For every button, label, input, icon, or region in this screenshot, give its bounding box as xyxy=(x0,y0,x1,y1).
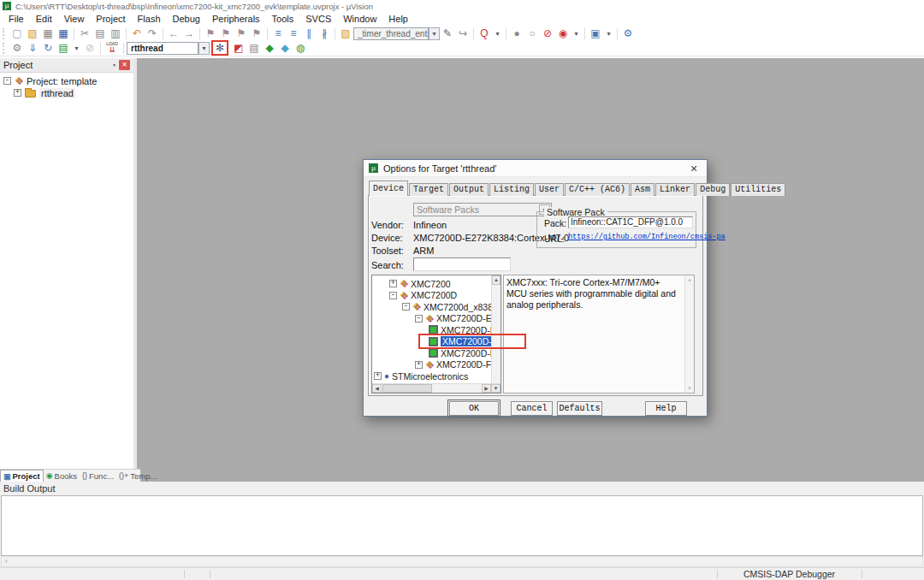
tree-row-xmc7200[interactable]: ❖ XMC7200 xyxy=(372,278,491,290)
breakpoint-kill-all-icon[interactable]: ⊘ xyxy=(540,27,555,40)
menu-file[interactable]: File xyxy=(3,14,30,24)
expand-icon[interactable] xyxy=(389,280,397,287)
tab-target[interactable]: Target xyxy=(409,183,448,196)
device-tree-hscrollbar[interactable] xyxy=(372,383,500,393)
scroll-left-icon[interactable] xyxy=(372,384,382,393)
tab-listing[interactable]: Listing xyxy=(489,183,534,196)
menu-svcs[interactable]: SVCS xyxy=(299,14,337,24)
tab-linker[interactable]: Linker xyxy=(655,183,695,196)
expand-icon[interactable] xyxy=(14,89,21,97)
target-combo[interactable]: rtthread xyxy=(127,42,198,55)
file-extensions-icon[interactable]: ◩ xyxy=(231,41,246,55)
menu-flash[interactable]: Flash xyxy=(132,14,167,24)
indent-icon[interactable]: ≡ xyxy=(286,27,301,40)
undo-icon[interactable]: ↶ xyxy=(129,27,145,40)
scroll-up-icon[interactable]: ▲ xyxy=(685,277,694,282)
collapse-icon[interactable] xyxy=(389,292,397,299)
scroll-down-icon[interactable] xyxy=(491,384,500,393)
debug-windows-dropdown-icon[interactable]: ▾ xyxy=(603,27,614,40)
expand-icon[interactable] xyxy=(374,372,382,380)
collapse-icon[interactable] xyxy=(3,77,11,85)
tab-debug[interactable]: Debug xyxy=(696,183,730,196)
debug-windows-icon[interactable]: ▣ xyxy=(588,27,603,40)
translate-icon[interactable]: ⚙ xyxy=(9,41,25,55)
dialog-close-icon[interactable]: ✕ xyxy=(681,160,707,177)
copy-icon[interactable]: ▤ xyxy=(92,27,108,40)
dialog-titlebar[interactable]: µ Options for Target 'rtthread' xyxy=(364,160,707,177)
batch-build-icon[interactable]: ▤ xyxy=(56,41,71,55)
scroll-right-icon[interactable] xyxy=(482,384,491,393)
defaults-button[interactable]: Defaults xyxy=(557,401,602,416)
close-panel-icon[interactable]: ✕ xyxy=(119,60,130,70)
project-root-row[interactable]: ❖ Project: template xyxy=(0,75,133,86)
breakpoint-toggle-icon[interactable]: ● xyxy=(509,27,524,40)
build-icon[interactable]: ⇓ xyxy=(25,41,40,55)
search-icon[interactable]: Q xyxy=(477,27,492,40)
clear-bookmarks-icon[interactable]: ⚑ xyxy=(249,27,264,40)
toolbar-grip[interactable] xyxy=(3,43,7,54)
find-in-files-icon[interactable]: ▧ xyxy=(338,27,353,40)
configure-wrench-icon[interactable]: ⚙ xyxy=(620,27,636,40)
browse-info-icon[interactable]: ✎ xyxy=(440,27,455,40)
tab-books[interactable]: ◉ Books xyxy=(44,470,80,482)
tree-row-xmc7200d-x8384[interactable]: ❖ XMC7200d_x8384 xyxy=(372,301,491,313)
new-file-icon[interactable]: ▢ xyxy=(9,27,25,40)
software-packs-combo[interactable]: Software Packs ▾ xyxy=(413,203,552,216)
next-bookmark-icon[interactable]: ⚑ xyxy=(234,27,249,40)
tree-row-e272k8384[interactable]: ❖ XMC7200D-E272K83 xyxy=(372,313,491,325)
scroll-thumb[interactable] xyxy=(382,384,432,393)
search-dropdown-icon[interactable]: ▾ xyxy=(492,27,503,40)
pack-installer-icon[interactable]: ◍ xyxy=(293,41,308,55)
tab-cpp[interactable]: C/C++ (AC6) xyxy=(565,183,630,196)
build-output-hscrollbar[interactable] xyxy=(1,556,923,567)
expand-icon[interactable] xyxy=(415,361,423,369)
menu-view[interactable]: View xyxy=(58,14,91,24)
menu-edit[interactable]: Edit xyxy=(30,14,58,24)
tab-utilities[interactable]: Utilities xyxy=(731,183,785,196)
menu-help[interactable]: Help xyxy=(382,14,414,24)
symbol-combo[interactable]: _timer_thread_entry xyxy=(353,27,429,40)
scroll-down-icon[interactable]: ▼ xyxy=(685,386,694,391)
goto-definition-icon[interactable]: ↪ xyxy=(455,27,471,40)
pin-icon[interactable]: ▪ xyxy=(113,61,116,69)
toolbar-grip[interactable] xyxy=(3,28,7,39)
breakpoint-options-icon[interactable]: ◉ xyxy=(555,27,571,40)
menu-peripherals[interactable]: Peripherals xyxy=(206,14,266,24)
tab-output[interactable]: Output xyxy=(449,183,489,196)
cancel-button[interactable]: Cancel xyxy=(511,401,553,416)
navigate-forward-icon[interactable]: → xyxy=(181,27,197,40)
tab-templates[interactable]: ()+ Temp... xyxy=(116,470,159,482)
uncomment-icon[interactable]: ∦ xyxy=(317,27,332,40)
collapse-icon[interactable] xyxy=(415,315,423,323)
tab-user[interactable]: User xyxy=(535,183,564,196)
build-output-log[interactable] xyxy=(1,495,923,556)
breakpoint-enable-icon[interactable]: ○ xyxy=(524,27,540,40)
help-button[interactable]: Help xyxy=(645,401,687,416)
scroll-up-icon[interactable] xyxy=(492,275,500,285)
batch-build-dropdown-icon[interactable]: ▾ xyxy=(71,41,82,55)
previous-bookmark-icon[interactable]: ⚑ xyxy=(218,27,234,40)
tab-asm[interactable]: Asm xyxy=(631,183,654,196)
menu-project[interactable]: Project xyxy=(90,14,131,24)
project-child-row[interactable]: rtthread xyxy=(0,87,133,98)
device-tree-vscrollbar[interactable] xyxy=(491,275,500,383)
search-input[interactable] xyxy=(413,257,511,271)
tree-row-xmc7200d[interactable]: ❖ XMC7200D xyxy=(372,290,491,302)
flash-download-icon[interactable]: LOAD ⇊ xyxy=(104,41,121,55)
tab-project[interactable]: ▣ Project xyxy=(0,470,44,482)
select-software-packs-icon[interactable]: ◆ xyxy=(277,41,293,55)
pack-url-link[interactable]: https://github.com/Infineon/cmsis-pa xyxy=(568,233,726,241)
save-all-icon[interactable]: ▦ xyxy=(56,27,71,40)
manage-project-items-icon[interactable]: ▤ xyxy=(246,41,262,55)
menu-window[interactable]: Window xyxy=(337,14,382,24)
rebuild-icon[interactable]: ↻ xyxy=(40,41,56,55)
window-titlebar[interactable]: µ C:\Users\RTT\Desktop\rt-thread\bsp\Inf… xyxy=(0,0,924,12)
description-vscrollbar[interactable]: ▲ ▼ xyxy=(684,275,694,393)
breakpoint-dropdown-icon[interactable]: ▾ xyxy=(571,27,582,40)
unindent-icon[interactable]: ≡ xyxy=(270,27,286,40)
target-combo-dropdown-icon[interactable]: ▾ xyxy=(198,42,210,55)
tree-row-device-3[interactable]: XMC7200D-E272K8 xyxy=(372,347,491,359)
menu-tools[interactable]: Tools xyxy=(266,14,300,24)
menu-debug[interactable]: Debug xyxy=(167,14,206,24)
comment-icon[interactable]: ∥ xyxy=(301,27,317,40)
